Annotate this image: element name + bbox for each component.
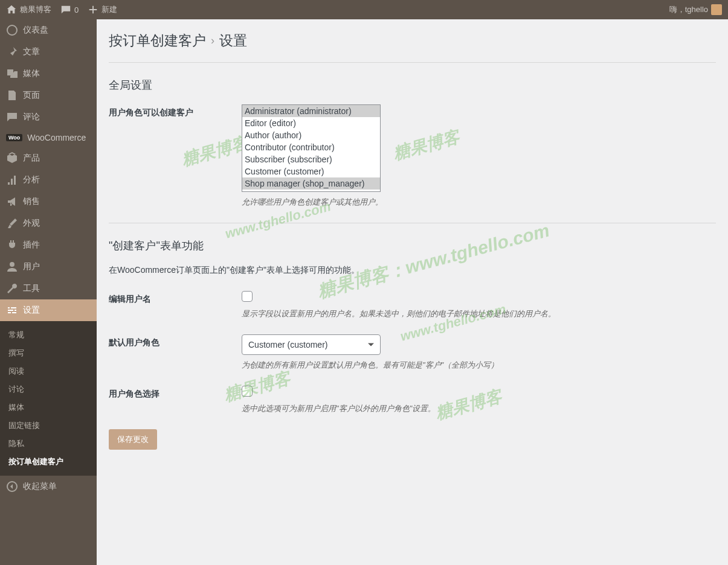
- menu-collapse[interactable]: 收起菜单: [0, 476, 97, 497]
- menu-analytics[interactable]: 分析: [0, 169, 97, 191]
- plug-icon: [6, 239, 18, 251]
- menu-posts[interactable]: 文章: [0, 41, 97, 63]
- wc-icon: Woo: [6, 134, 22, 141]
- submenu-media[interactable]: 媒体: [0, 398, 97, 417]
- media-icon: [6, 68, 18, 80]
- page-title: 按订单创建客户 › 设置: [109, 31, 716, 50]
- comments-count: 0: [74, 5, 79, 14]
- collapse-icon: [6, 480, 18, 493]
- submenu-create-customer[interactable]: 按订单创建客户: [0, 453, 97, 471]
- submenu-general[interactable]: 常规: [0, 326, 97, 344]
- role-option[interactable]: Author (author): [242, 129, 380, 141]
- save-button[interactable]: 保存更改: [109, 429, 157, 450]
- role-option[interactable]: Administrator (administrator): [242, 105, 380, 117]
- menu-marketing[interactable]: 销售: [0, 191, 97, 212]
- edit-username-desc: 显示字段以设置新用户的用户名。如果未选中，则他们的电子邮件地址将是他们的用户名。: [242, 308, 716, 319]
- page-title-sub: 设置: [219, 31, 247, 50]
- menu-dashboard[interactable]: 仪表盘: [0, 19, 97, 41]
- menu-appearance[interactable]: 外观: [0, 212, 97, 234]
- menu-plugins[interactable]: 插件: [0, 234, 97, 256]
- menu-products[interactable]: 产品: [0, 147, 97, 169]
- role-option[interactable]: Subscriber (subscriber): [242, 153, 380, 165]
- separator: [109, 223, 716, 223]
- menu-tools[interactable]: 工具: [0, 278, 97, 299]
- form-features-heading: "创建客户"表单功能: [109, 238, 716, 253]
- svg-point-1: [10, 262, 14, 267]
- roles-desc: 允许哪些用户角色创建客户或其他用户。: [242, 197, 716, 208]
- site-name: 糖果博客: [20, 4, 51, 15]
- sliders-icon: [6, 304, 18, 316]
- topbar-site-link[interactable]: 糖果博客: [6, 4, 51, 15]
- role-option[interactable]: Contributor (contributor): [242, 141, 380, 153]
- default-role-value: Customer (customer): [248, 340, 327, 350]
- home-icon: [6, 4, 17, 15]
- menu-woocommerce[interactable]: WooWooCommerce: [0, 128, 97, 147]
- bars-icon: [6, 174, 18, 186]
- breadcrumb-sep-icon: ›: [211, 34, 214, 47]
- menu-media[interactable]: 媒体: [0, 63, 97, 85]
- settings-content: 糖果博客 www.tghello.com 糖果博客：www.tghello.co…: [97, 19, 728, 565]
- admin-sidebar: 仪表盘 文章 媒体 页面 评论 WooWooCommerce 产品 分析 销售 …: [0, 19, 97, 565]
- pin-icon: [6, 46, 18, 58]
- plus-icon: [88, 4, 98, 15]
- menu-users[interactable]: 用户: [0, 256, 97, 278]
- submenu-discussion[interactable]: 讨论: [0, 380, 97, 398]
- comment-icon: [60, 4, 71, 15]
- gauge-icon: [6, 24, 18, 36]
- role-option[interactable]: Editor (editor): [242, 117, 380, 129]
- default-role-select[interactable]: Customer (customer): [242, 334, 381, 355]
- topbar-new[interactable]: 新建: [88, 4, 117, 15]
- role-select-checkbox[interactable]: [242, 386, 253, 397]
- role-select-label: 用户角色选择: [109, 386, 242, 400]
- global-settings-heading: 全局设置: [109, 78, 716, 92]
- submenu-writing[interactable]: 撰写: [0, 344, 97, 362]
- edit-username-label: 编辑用户名: [109, 291, 242, 305]
- default-role-label: 默认用户角色: [109, 334, 242, 348]
- submenu-permalinks[interactable]: 固定链接: [0, 417, 97, 435]
- new-label: 新建: [101, 4, 117, 15]
- admin-topbar: 糖果博客 0 新建 嗨，tghello: [0, 0, 728, 19]
- user-icon: [6, 261, 18, 273]
- menu-settings[interactable]: 设置: [0, 299, 97, 321]
- menu-pages[interactable]: 页面: [0, 85, 97, 106]
- topbar-account[interactable]: 嗨，tghello: [669, 4, 722, 15]
- role-select-desc: 选中此选项可为新用户启用"客户以外的用户角色"设置。: [242, 403, 716, 414]
- topbar-comments[interactable]: 0: [60, 4, 79, 15]
- role-option[interactable]: Customer (customer): [242, 165, 380, 177]
- settings-submenu: 常规 撰写 阅读 讨论 媒体 固定链接 隐私 按订单创建客户: [0, 321, 97, 476]
- menu-comments[interactable]: 评论: [0, 106, 97, 128]
- form-features-desc: 在WooCommerce订单页面上的"创建客户"表单上选择可用的功能。: [109, 265, 716, 276]
- roles-multiselect[interactable]: Administrator (administrator) Editor (ed…: [242, 104, 381, 192]
- role-option[interactable]: Shop manager (shop_manager): [242, 177, 380, 190]
- greeting-text: 嗨，tghello: [669, 4, 708, 15]
- page-icon: [6, 89, 18, 101]
- wrench-icon: [6, 282, 18, 295]
- default-role-desc: 为创建的所有新用户设置默认用户角色。最有可能是"客户"（全部为小写）: [242, 360, 716, 371]
- megaphone-icon: [6, 196, 18, 208]
- submenu-reading[interactable]: 阅读: [0, 362, 97, 380]
- submenu-privacy[interactable]: 隐私: [0, 435, 97, 453]
- edit-username-checkbox[interactable]: [242, 291, 253, 302]
- brush-icon: [6, 217, 18, 229]
- avatar-icon: [711, 4, 722, 15]
- box-icon: [6, 152, 18, 164]
- separator: [109, 62, 716, 63]
- chat-icon: [6, 111, 18, 123]
- roles-can-create-label: 用户角色可以创建客户: [109, 104, 242, 118]
- page-title-main: 按订单创建客户: [109, 31, 206, 50]
